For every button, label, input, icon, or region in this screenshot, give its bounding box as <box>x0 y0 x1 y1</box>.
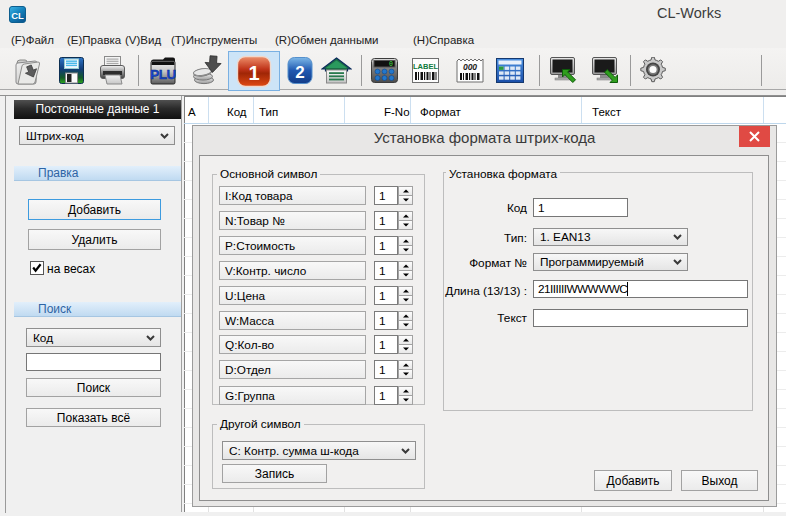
svg-text:CL: CL <box>11 10 24 21</box>
svg-text:0: 0 <box>389 61 393 68</box>
svg-text:2: 2 <box>295 63 304 82</box>
svg-text:000: 000 <box>463 62 477 72</box>
svg-text:LABEL: LABEL <box>413 62 438 71</box>
svg-text:PLU: PLU <box>150 67 176 82</box>
svg-text:1: 1 <box>248 62 259 84</box>
